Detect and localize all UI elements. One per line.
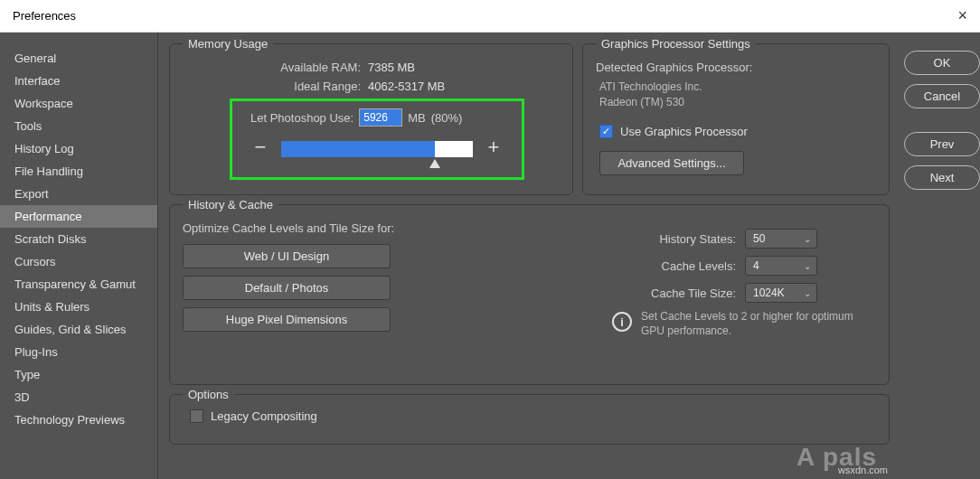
sidebar-item-3d[interactable]: 3D (0, 386, 157, 409)
memory-amount-input[interactable] (359, 108, 402, 127)
history-states-label: History States: (605, 232, 745, 246)
cache-tile-size-value: 1024K (753, 286, 785, 299)
memory-usage-legend: Memory Usage (183, 37, 273, 51)
ideal-range-value: 4062-5317 MB (368, 80, 445, 93)
sidebar-item-units-rulers[interactable]: Units & Rulers (0, 296, 157, 318)
memory-usage-group: Memory Usage Available RAM: 7385 MB Idea… (169, 43, 573, 195)
cache-levels-label: Cache Levels: (605, 259, 745, 273)
sidebar-item-tools[interactable]: Tools (0, 115, 157, 137)
options-group: Options Legacy Compositing (169, 394, 890, 445)
watermark-text: wsxdn.com (838, 465, 888, 475)
history-states-value: 50 (753, 232, 765, 245)
legacy-compositing-label: Legacy Compositing (211, 409, 317, 423)
cache-levels-dropdown[interactable]: 4 ⌄ (745, 256, 817, 276)
preferences-sidebar: General Interface Workspace Tools Histor… (0, 33, 158, 479)
memory-slider[interactable] (281, 141, 473, 157)
preset-huge-pixel-dimensions-button[interactable]: Huge Pixel Dimensions (183, 307, 391, 332)
mb-label: MB (408, 111, 426, 125)
cache-tile-size-dropdown[interactable]: 1024K ⌄ (745, 283, 817, 303)
memory-slider-thumb[interactable] (429, 159, 440, 168)
detected-gp-label: Detected Graphics Processor: (596, 61, 876, 74)
let-photoshop-use-label: Let Photoshop Use: (250, 111, 353, 125)
prev-button[interactable]: Prev (904, 132, 980, 156)
close-icon[interactable]: × (940, 6, 967, 25)
chevron-down-icon: ⌄ (804, 288, 811, 298)
sidebar-item-plug-ins[interactable]: Plug-Ins (0, 341, 157, 363)
legacy-compositing-checkbox[interactable] (190, 409, 203, 423)
next-button[interactable]: Next (904, 165, 980, 190)
gp-vendor: ATI Technologies Inc. (599, 80, 876, 95)
preset-default-photos-button[interactable]: Default / Photos (183, 276, 391, 300)
window-title: Preferences (13, 9, 76, 23)
use-graphics-processor-label: Use Graphics Processor (620, 125, 748, 138)
memory-highlight-box: Let Photoshop Use: MB (80%) − + (230, 99, 524, 180)
sidebar-item-technology-previews[interactable]: Technology Previews (0, 409, 157, 431)
memory-percent-label: (80%) (431, 111, 463, 125)
options-legend: Options (183, 388, 234, 401)
ideal-range-label: Ideal Range: (183, 80, 368, 93)
sidebar-item-interface[interactable]: Interface (0, 70, 157, 92)
sidebar-item-history-log[interactable]: History Log (0, 137, 157, 160)
sidebar-item-general[interactable]: General (0, 47, 157, 70)
sidebar-item-transparency-gamut[interactable]: Transparency & Gamut (0, 273, 157, 296)
action-button-column: OK Cancel Prev Next (904, 33, 980, 479)
history-states-dropdown[interactable]: 50 ⌄ (745, 229, 817, 249)
use-graphics-processor-checkbox[interactable]: ✓ (599, 125, 613, 138)
sidebar-item-performance[interactable]: Performance (0, 205, 157, 228)
content-area: Memory Usage Available RAM: 7385 MB Idea… (158, 33, 899, 479)
advanced-settings-button[interactable]: Advanced Settings... (599, 151, 744, 175)
cancel-button[interactable]: Cancel (904, 84, 980, 108)
cache-hint-text: Set Cache Levels to 2 or higher for opti… (641, 310, 876, 338)
info-icon: i (612, 312, 632, 332)
available-ram-label: Available RAM: (183, 61, 368, 74)
ok-button[interactable]: OK (904, 51, 980, 75)
available-ram-value: 7385 MB (368, 61, 415, 74)
gp-model: Radeon (TM) 530 (599, 95, 876, 110)
memory-decrease-button[interactable]: − (250, 139, 270, 159)
sidebar-item-scratch-disks[interactable]: Scratch Disks (0, 228, 157, 250)
chevron-down-icon: ⌄ (804, 261, 811, 271)
graphics-processor-legend: Graphics Processor Settings (596, 37, 756, 51)
graphics-processor-group: Graphics Processor Settings Detected Gra… (582, 43, 890, 195)
sidebar-item-workspace[interactable]: Workspace (0, 92, 157, 115)
history-cache-legend: History & Cache (183, 198, 278, 211)
sidebar-item-cursors[interactable]: Cursors (0, 250, 157, 273)
sidebar-item-file-handling[interactable]: File Handling (0, 160, 157, 183)
sidebar-item-export[interactable]: Export (0, 183, 157, 205)
memory-slider-fill (281, 141, 435, 157)
sidebar-item-guides-grid-slices[interactable]: Guides, Grid & Slices (0, 318, 157, 341)
window-titlebar: Preferences × (0, 0, 980, 33)
memory-increase-button[interactable]: + (484, 139, 504, 159)
cache-levels-value: 4 (753, 259, 759, 272)
optimize-cache-label: Optimize Cache Levels and Tile Size for: (183, 221, 605, 235)
preset-web-ui-design-button[interactable]: Web / UI Design (183, 244, 391, 268)
chevron-down-icon: ⌄ (804, 234, 811, 244)
sidebar-item-type[interactable]: Type (0, 363, 157, 386)
cache-tile-size-label: Cache Tile Size: (605, 286, 745, 300)
history-cache-group: History & Cache Optimize Cache Levels an… (169, 204, 890, 385)
